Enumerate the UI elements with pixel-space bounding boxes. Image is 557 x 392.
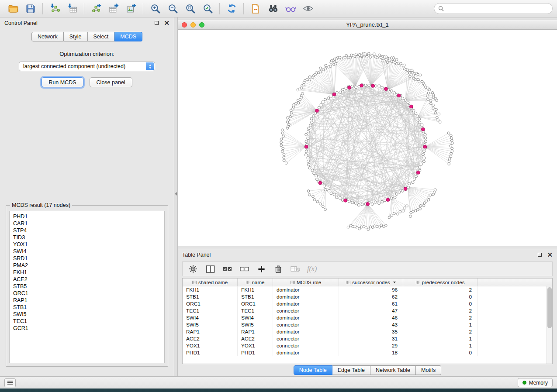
cell-predecessor[interactable]: 1 — [403, 321, 477, 328]
cell-shared-name[interactable]: SWI5 — [183, 321, 238, 328]
find-button[interactable] — [264, 1, 282, 16]
cell-name[interactable]: SWI4 — [238, 314, 273, 321]
table-row[interactable]: STB1 STB1 dominator 62 0 — [183, 293, 552, 300]
splitter-collapse-icon[interactable] — [175, 192, 177, 196]
float-panel-button[interactable] — [155, 20, 159, 26]
list-item[interactable]: PHD1 — [13, 213, 161, 220]
vertical-splitter[interactable] — [174, 17, 178, 376]
cell-mcds-role[interactable]: dominator — [273, 300, 339, 307]
list-item[interactable]: FKH1 — [13, 269, 161, 276]
close-window-button[interactable] — [182, 22, 187, 28]
show-hide-button[interactable] — [299, 1, 317, 16]
delete-column-button[interactable] — [273, 264, 284, 274]
tab-network[interactable]: Network — [31, 32, 64, 41]
tab-network-table[interactable]: Network Table — [370, 365, 416, 375]
import-table-button[interactable] — [63, 1, 81, 16]
list-item[interactable]: TID3 — [13, 234, 161, 241]
import-network-button[interactable] — [46, 1, 63, 16]
table-row[interactable]: SWI5 SWI5 connector 43 1 — [183, 321, 552, 328]
cell-name[interactable]: TEC1 — [238, 307, 273, 314]
cell-successor[interactable]: 18 — [339, 349, 403, 356]
cell-successor[interactable]: 35 — [339, 328, 403, 335]
zoom-selected-button[interactable] — [199, 1, 216, 16]
close-table-panel-button[interactable]: ✕ — [547, 253, 553, 257]
cell-shared-name[interactable]: SWI4 — [183, 314, 238, 321]
table-row[interactable]: TEC1 TEC1 connector 47 2 — [183, 307, 552, 314]
list-item[interactable]: ORC1 — [13, 290, 161, 297]
table-row[interactable]: YOX1 YOX1 connector 29 1 — [183, 342, 552, 349]
create-column-button[interactable] — [256, 264, 266, 274]
float-table-panel-button[interactable] — [538, 252, 542, 258]
graphics-details-button[interactable] — [282, 1, 299, 16]
select-all-columns-button[interactable] — [222, 264, 232, 274]
list-item[interactable]: CAR1 — [13, 220, 161, 227]
unselect-all-columns-button[interactable] — [239, 264, 249, 274]
cell-shared-name[interactable]: FKH1 — [183, 286, 238, 293]
cell-predecessor[interactable]: 1 — [403, 342, 477, 349]
cell-name[interactable]: ACE2 — [238, 335, 273, 342]
cell-mcds-role[interactable]: dominator — [273, 293, 339, 300]
cell-successor[interactable]: 43 — [339, 321, 403, 328]
close-panel-button[interactable]: ✕ — [164, 21, 170, 25]
show-column-panel-button[interactable] — [205, 264, 215, 274]
maximize-window-button[interactable] — [199, 22, 204, 28]
network-canvas[interactable] — [178, 30, 557, 246]
cell-predecessor[interactable]: 2 — [403, 286, 477, 293]
cell-name[interactable]: SWI5 — [238, 321, 273, 328]
column-header-name[interactable]: name — [238, 279, 273, 286]
zoom-out-button[interactable] — [164, 1, 181, 16]
cell-name[interactable]: PHD1 — [238, 349, 273, 356]
apply-layout-button[interactable] — [223, 1, 240, 16]
cell-shared-name[interactable]: ACE2 — [183, 335, 238, 342]
list-item[interactable]: ACE2 — [13, 276, 161, 283]
cell-name[interactable]: ORC1 — [238, 300, 273, 307]
tab-motifs[interactable]: Motifs — [416, 365, 441, 375]
tab-mcds[interactable]: MCDS — [114, 32, 142, 41]
list-item[interactable]: SWI5 — [13, 311, 161, 318]
column-header-predecessor-nodes[interactable]: predecessor nodes — [403, 279, 477, 286]
cell-mcds-role[interactable]: dominator — [273, 328, 339, 335]
close-mcds-panel-button[interactable]: Close panel — [90, 77, 132, 87]
memory-button[interactable]: Memory — [518, 378, 553, 387]
status-menu-button[interactable] — [4, 378, 16, 387]
table-row[interactable]: ORC1 ORC1 dominator 61 0 — [183, 300, 552, 307]
cell-mcds-role[interactable]: connector — [273, 335, 339, 342]
cell-mcds-role[interactable]: dominator — [273, 314, 339, 321]
mcds-result-list[interactable]: PHD1 CAR1 STP4 TID3 YOX1 SWI4 SRD1 PMA2 … — [9, 211, 165, 363]
cell-shared-name[interactable]: TEC1 — [183, 307, 238, 314]
horizontal-splitter[interactable] — [178, 246, 557, 249]
table-row[interactable]: FKH1 FKH1 dominator 96 2 — [183, 286, 552, 293]
list-item[interactable]: STB5 — [13, 283, 161, 290]
criterion-dropdown[interactable]: largest connected component (undirected)… — [19, 62, 155, 71]
cell-successor[interactable]: 29 — [339, 342, 403, 349]
export-table-button[interactable] — [105, 1, 122, 16]
cell-shared-name[interactable]: STB1 — [183, 293, 238, 300]
column-header-shared-name[interactable]: shared name — [183, 279, 238, 286]
sort-chevron-icon[interactable] — [393, 282, 396, 283]
cell-successor[interactable]: 61 — [339, 300, 403, 307]
table-row[interactable]: RAP1 RAP1 dominator 35 2 — [183, 328, 552, 335]
cell-mcds-role[interactable]: connector — [273, 307, 339, 314]
list-item[interactable]: STP4 — [13, 227, 161, 234]
cell-shared-name[interactable]: PHD1 — [183, 349, 238, 356]
list-item[interactable]: RAP1 — [13, 297, 161, 304]
minimize-window-button[interactable] — [190, 22, 196, 28]
cell-predecessor[interactable]: 0 — [403, 349, 477, 356]
zoom-in-button[interactable] — [146, 1, 164, 16]
list-item[interactable]: TEC1 — [13, 318, 161, 325]
cell-name[interactable]: FKH1 — [238, 286, 273, 293]
table-row[interactable]: PHD1 PHD1 dominator 18 0 — [183, 349, 552, 356]
cell-successor[interactable]: 62 — [339, 293, 403, 300]
cell-shared-name[interactable]: YOX1 — [183, 342, 238, 349]
cell-mcds-role[interactable]: dominator — [273, 286, 339, 293]
tab-style[interactable]: Style — [64, 32, 88, 41]
tab-select[interactable]: Select — [88, 32, 115, 41]
save-session-button[interactable] — [22, 1, 39, 16]
cell-name[interactable]: STB1 — [238, 293, 273, 300]
cell-predecessor[interactable]: 1 — [403, 335, 477, 342]
table-row[interactable]: SWI4 SWI4 dominator 46 2 — [183, 314, 552, 321]
zoom-fit-button[interactable] — [181, 1, 199, 16]
cell-successor[interactable]: 31 — [339, 335, 403, 342]
search-input[interactable] — [446, 6, 548, 12]
cell-predecessor[interactable]: 2 — [403, 307, 477, 314]
